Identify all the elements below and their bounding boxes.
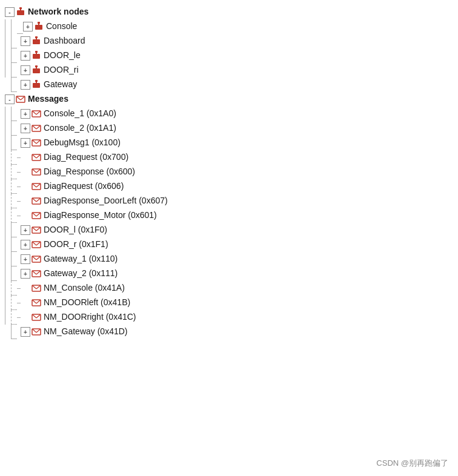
svg-rect-5	[38, 22, 40, 24]
list-item[interactable]: DiagResponse_DoorLeft (0x607)	[5, 194, 458, 208]
expand-door-l[interactable]: +	[21, 225, 30, 235]
svg-line-67	[32, 329, 36, 332]
svg-line-49	[32, 242, 36, 245]
list-item[interactable]: + Gateway	[5, 78, 458, 92]
svg-line-46	[32, 227, 36, 231]
msg-icon	[32, 254, 41, 264]
door-le-label: DOOR_le	[44, 48, 81, 63]
network-nodes-icon	[16, 7, 25, 17]
svg-rect-12	[33, 68, 40, 73]
svg-line-23	[36, 111, 41, 114]
messages-root[interactable]: - Messages	[5, 92, 458, 107]
expand-door-ri[interactable]: +	[21, 65, 30, 75]
list-item[interactable]: + DOOR_le	[5, 48, 458, 63]
expand-gateway1[interactable]: +	[21, 254, 30, 264]
list-item[interactable]: + DebugMsg1 (0x100)	[5, 136, 458, 150]
list-item[interactable]: Diag_Response (0x600)	[5, 165, 458, 179]
nm-console-label: NM_Console (0x41A)	[44, 281, 125, 296]
msg-icon	[32, 240, 41, 250]
list-item[interactable]: + DOOR_l (0x1F0)	[5, 223, 458, 237]
tree-root[interactable]: - Network nodes	[5, 5, 458, 19]
expand-network-nodes[interactable]: -	[5, 7, 15, 17]
msg-icon	[32, 124, 41, 133]
svg-line-31	[32, 154, 36, 158]
svg-line-35	[36, 169, 41, 173]
node-icon	[32, 65, 41, 75]
node-icon	[34, 22, 44, 31]
list-item[interactable]: + Dashboard	[5, 34, 458, 48]
svg-line-37	[32, 183, 36, 187]
svg-line-55	[32, 271, 36, 274]
svg-line-53	[36, 256, 41, 260]
svg-rect-8	[35, 36, 38, 38]
list-item[interactable]: + DOOR_r (0x1F1)	[5, 237, 458, 252]
msg-icon	[32, 109, 41, 119]
svg-line-58	[32, 285, 36, 289]
svg-line-50	[36, 242, 41, 245]
svg-line-34	[32, 169, 36, 173]
svg-rect-0	[17, 10, 24, 15]
diag-response-label: Diag_Response (0x600)	[44, 165, 135, 179]
list-item[interactable]: + Console	[5, 19, 458, 34]
svg-line-20	[21, 96, 25, 100]
expand-dashboard[interactable]: +	[21, 36, 30, 46]
expand-nm-gateway[interactable]: +	[21, 327, 30, 337]
expand-console[interactable]: +	[23, 22, 33, 31]
expand-gateway2[interactable]: +	[21, 269, 30, 279]
svg-line-56	[36, 271, 41, 274]
list-item[interactable]: + Console_1 (0x1A0)	[5, 107, 458, 121]
expand-debugmsg1[interactable]: +	[21, 138, 30, 148]
expand-gateway[interactable]: +	[21, 80, 30, 90]
svg-line-26	[36, 125, 41, 129]
svg-rect-2	[19, 7, 22, 9]
list-item[interactable]: NM_DOORleft (0x41B)	[5, 296, 458, 310]
messages-icon	[16, 94, 25, 104]
svg-line-22	[32, 111, 36, 114]
dashboard-label: Dashboard	[44, 34, 85, 48]
msg-icon	[32, 196, 41, 206]
door-ri-label: DOOR_ri	[44, 63, 79, 78]
list-item[interactable]: + DOOR_ri	[5, 63, 458, 78]
list-item[interactable]: + Gateway_2 (0x111)	[5, 266, 458, 281]
list-item[interactable]: NM_Console (0x41A)	[5, 281, 458, 296]
diagresponse-doorleft-label: DiagResponse_DoorLeft (0x607)	[44, 194, 168, 208]
list-item[interactable]: + Gateway_1 (0x110)	[5, 252, 458, 266]
console2-label: Console_2 (0x1A1)	[44, 121, 116, 136]
msg-icon	[32, 269, 41, 279]
list-item[interactable]: + NM_Gateway (0x41D)	[5, 325, 458, 339]
svg-line-19	[16, 96, 21, 100]
expand-door-r[interactable]: +	[21, 240, 30, 250]
list-item[interactable]: + Console_2 (0x1A1)	[5, 121, 458, 136]
svg-line-38	[36, 183, 41, 187]
expand-console2[interactable]: +	[21, 124, 30, 133]
svg-line-29	[36, 140, 41, 144]
msg-icon	[32, 138, 41, 148]
list-item[interactable]: DiagResponse_Motor (0x601)	[5, 208, 458, 223]
msg-icon	[32, 312, 41, 322]
svg-line-52	[32, 256, 36, 260]
diagrequest-label: DiagRequest (0x606)	[44, 179, 124, 194]
expand-messages[interactable]: -	[5, 94, 15, 104]
nm-gateway-label: NM_Gateway (0x41D)	[44, 325, 128, 339]
tree-container: - Network nodes + Con	[0, 0, 458, 344]
svg-line-61	[32, 300, 36, 303]
expand-door-le[interactable]: +	[21, 51, 30, 61]
msg-icon	[32, 283, 41, 293]
svg-line-41	[36, 198, 41, 202]
svg-line-44	[36, 213, 41, 216]
list-item[interactable]: DiagRequest (0x606)	[5, 179, 458, 194]
svg-rect-15	[33, 83, 40, 88]
svg-rect-6	[33, 39, 40, 44]
gateway-label: Gateway	[44, 78, 77, 92]
msg-icon	[32, 211, 41, 220]
messages-label: Messages	[28, 92, 68, 107]
list-item[interactable]: NM_DOORright (0x41C)	[5, 310, 458, 325]
svg-rect-14	[35, 65, 38, 67]
diag-request-label: Diag_Request (0x700)	[44, 150, 128, 165]
network-nodes-label: Network nodes	[28, 5, 88, 19]
svg-line-40	[32, 198, 36, 202]
list-item[interactable]: Diag_Request (0x700)	[5, 150, 458, 165]
svg-line-32	[36, 154, 41, 158]
expand-console1[interactable]: +	[21, 109, 30, 119]
msg-icon	[32, 225, 41, 235]
